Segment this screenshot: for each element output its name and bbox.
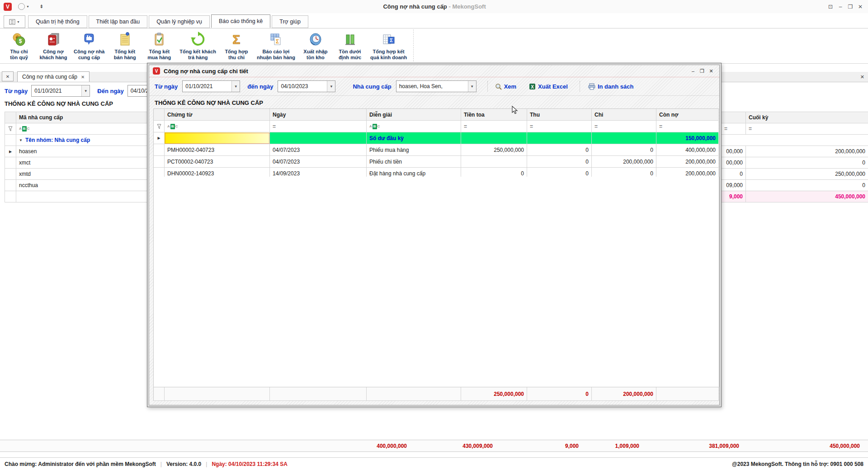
abc-filter-icon: ABC (19, 126, 29, 132)
footer-cell (367, 387, 461, 401)
cell-con-no[interactable]: 200,000,000 (656, 156, 719, 168)
cell-thu[interactable]: 0 (527, 144, 592, 156)
clipboard-check-icon (151, 31, 167, 47)
dialog-title-bar[interactable]: V Công nợ nhà cung cấp chi tiết – ❐ ✕ (149, 65, 719, 77)
filter-cell-thu[interactable]: = (527, 121, 592, 132)
to-date-combo[interactable]: 04/10/2023 ▼ (278, 80, 335, 92)
toolbar-tong-hop-ket-qua-kinh-doanh[interactable]: Σ Tổng hợp kết quả kinh doanh (367, 29, 414, 61)
cell-chung-tu[interactable]: PMH00002-040723 (165, 144, 270, 156)
cell-tien-toa[interactable]: 250,000,000 (461, 144, 527, 156)
filter-cell-chi[interactable]: = (592, 121, 656, 132)
filter-cell-tien-toa[interactable]: = (461, 121, 527, 132)
tab-close-icon[interactable]: ✕ (81, 75, 85, 80)
filter-cell-eq[interactable]: = (722, 123, 746, 135)
cell-dien-giai[interactable]: Phiếu chi tiền (367, 156, 461, 168)
dialog-close-button[interactable]: ✕ (707, 68, 716, 74)
view-button[interactable]: Xem (495, 83, 516, 90)
close-button[interactable]: ✕ (855, 4, 865, 10)
ribbon-menu-button[interactable]: ▼ (4, 15, 25, 28)
minimize-button[interactable]: – (835, 4, 845, 10)
toolbar-tong-hop-thu-chi[interactable]: Σ Tổng hợp thu chi (219, 29, 254, 61)
toolbar-ton-duoi-dinh-muc[interactable]: Tồn dưới định mức (333, 29, 367, 61)
tab-quan-ly-nghiep-vu[interactable]: Quản lý nghiệp vụ (149, 15, 210, 28)
quick-access-circle-icon[interactable] (18, 3, 25, 10)
group-row-nha-cung-cap[interactable]: ▼ Tên nhóm: Nhà cung cấp (16, 135, 149, 146)
supplier-row-nccthua[interactable]: nccthua (16, 180, 149, 191)
chevron-down-icon[interactable]: ▼ (231, 81, 240, 92)
table-row[interactable]: PCT00002-040723 04/07/2023 Phiếu chi tiề… (154, 156, 719, 168)
toolbar-tong-ket-mua-hang[interactable]: Tổng kết mua hàng (142, 29, 176, 61)
chevron-down-icon[interactable]: ▼ (327, 81, 335, 92)
supplier-combo[interactable]: hoasen, Hoa Sen, ▼ (396, 80, 476, 92)
toolbar-cong-no-nha-cung-cap[interactable]: Công nợ nhà cung cấp (71, 29, 108, 61)
toolbar-xuat-nhap-ton-kho[interactable]: Xuất nhập tồn kho (298, 29, 333, 61)
dialog-maximize-button[interactable]: ❐ (698, 68, 707, 74)
opening-balance-row[interactable]: ▶ Số dư đầu kỳ 150,000,000 (154, 132, 719, 144)
screen-mode-icon[interactable]: ⊡ (826, 4, 835, 10)
supplier-row-xmtd[interactable]: xmtd (16, 169, 149, 180)
column-header-con-no[interactable]: Còn nợ (656, 109, 719, 121)
cell-ngay[interactable]: 04/07/2023 (270, 156, 367, 168)
print-list-button[interactable]: In danh sách (588, 83, 633, 90)
group-collapse-icon[interactable]: ▼ (19, 138, 23, 142)
supplier-row-hoasen[interactable]: hoasen (16, 146, 149, 157)
column-header-cuoi-ky[interactable]: Cuối kỳ (746, 112, 868, 123)
filter-cell-dien-giai[interactable]: ABC (367, 121, 461, 132)
toolbar-tong-ket-khach-tra-hang[interactable]: Tổng kết khách trả hàng (176, 29, 219, 61)
tab-thiet-lap-ban-dau[interactable]: Thiết lập ban đầu (89, 15, 148, 28)
ribbon-pin-icon[interactable]: ⇟ (39, 4, 43, 9)
cell-thu[interactable]: 0 (527, 156, 592, 168)
toolbar-bao-cao-loi-nhuan[interactable]: Σ Báo cáo lợi nhuận bán hàng (254, 29, 298, 61)
filter-cell-con-no[interactable]: = (656, 121, 719, 132)
quick-access-caret-icon[interactable]: ▼ (26, 5, 29, 8)
toolbar-cong-no-khach-hang[interactable]: Công nợ khách hàng (36, 29, 71, 61)
tabbar-close-icon[interactable]: ✕ (860, 74, 864, 80)
chevron-down-icon[interactable]: ▼ (468, 81, 476, 92)
total-value: 450,000,000 (830, 443, 860, 449)
column-header-thu[interactable]: Thu (527, 109, 592, 121)
bg-from-date-combo[interactable]: 01/10/2021 ▼ (31, 85, 90, 97)
column-header-dien-giai[interactable]: Diễn giải (367, 109, 461, 121)
cell-chung-tu[interactable]: PCT00002-040723 (165, 156, 270, 168)
dialog-filter-bar: Từ ngày 01/10/2021 ▼ đến ngày 04/10/2023… (149, 77, 719, 96)
to-date-value: 04/10/2023 (278, 83, 327, 89)
tab-quan-tri-he-thong[interactable]: Quản trị hệ thống (28, 15, 87, 28)
tab-tro-giup[interactable]: Trợ giúp (272, 15, 308, 28)
cell-chi[interactable]: 200,000,000 (592, 156, 656, 168)
column-header-chung-tu[interactable]: Chứng từ (165, 109, 270, 121)
tab-bao-cao-thong-ke[interactable]: Báo cáo thống kê (211, 14, 270, 28)
column-header-chi[interactable]: Chi (592, 109, 656, 121)
restore-button[interactable]: ❐ (845, 4, 855, 10)
toolbar-thu-chi-ton-quy[interactable]: € $ Thu chi tồn quỹ (2, 29, 36, 61)
table-row[interactable]: PMH00002-040723 04/07/2023 Phiếu mua hàn… (154, 144, 719, 156)
toolbar-tong-ket-ban-hang[interactable]: Tổng kết bán hàng (108, 29, 142, 61)
filter-cell-ma-ncc[interactable]: ABC (16, 123, 149, 135)
opening-conno-cell[interactable]: 150,000,000 (656, 132, 719, 144)
filter-cell-chung-tu[interactable]: ABC (165, 121, 270, 132)
from-date-combo[interactable]: 01/10/2021 ▼ (182, 80, 240, 92)
export-excel-button[interactable]: X Xuất Excel (529, 83, 568, 90)
column-header-ngay[interactable]: Ngày (270, 109, 367, 121)
cell-tien-toa[interactable] (461, 156, 527, 168)
cell-dien-giai[interactable]: Phiếu mua hàng (367, 144, 461, 156)
document-tab-active[interactable]: Công nợ nhà cung cấp ✕ (17, 71, 90, 82)
cell-chi[interactable]: 0 (592, 144, 656, 156)
cell-con-no[interactable]: 400,000,000 (656, 144, 719, 156)
opening-cell[interactable] (527, 132, 592, 144)
column-header-ma-nha-cung-cap[interactable]: Mã nhà cung cấp (16, 112, 149, 123)
opening-cell[interactable] (270, 132, 367, 144)
dialog-minimize-button[interactable]: – (689, 68, 698, 74)
close-all-tabs-button[interactable]: ✕ (2, 71, 14, 81)
cell-ngay[interactable]: 04/07/2023 (270, 144, 367, 156)
supplier-row-xmct[interactable]: xmct (16, 157, 149, 169)
filter-cell-eq[interactable]: = (746, 123, 868, 135)
focused-cell[interactable] (165, 132, 270, 144)
opening-cell[interactable] (592, 132, 656, 144)
chevron-down-icon[interactable]: ▼ (81, 85, 90, 96)
group-label: Tên nhóm: Nhà cung cấp (25, 137, 90, 143)
status-welcome: Chào mừng: Administrator đến với phần mề… (5, 461, 156, 467)
opening-cell[interactable] (461, 132, 527, 144)
toolbar-label: bán hàng (114, 55, 136, 61)
opening-label-cell[interactable]: Số dư đầu kỳ (367, 132, 461, 144)
filter-cell-ngay[interactable]: = (270, 121, 367, 132)
